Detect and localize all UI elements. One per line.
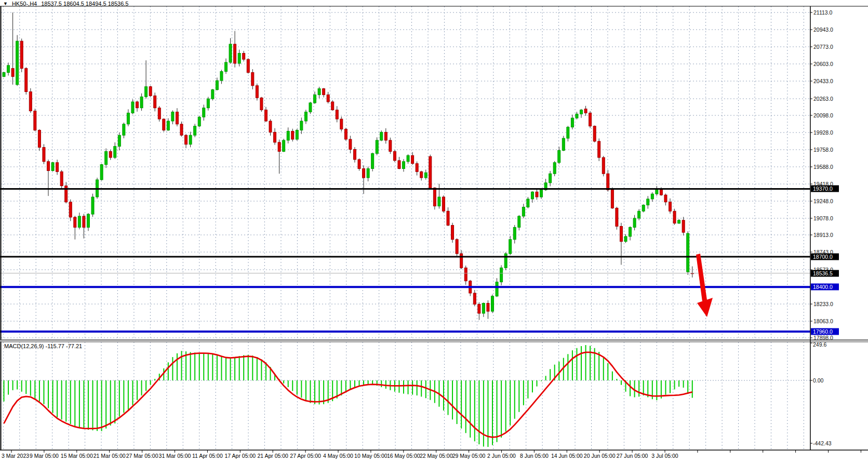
- candle-bullish: [198, 117, 201, 126]
- candle-bullish: [123, 124, 125, 135]
- candle-bearish: [256, 86, 258, 98]
- macd-indicator-label: MACD(12,26,9) -115.77 -77.21: [4, 343, 82, 349]
- candle-bearish: [589, 113, 592, 126]
- candle-bearish: [456, 240, 458, 254]
- candle-bullish: [380, 132, 383, 140]
- candle-bearish: [260, 98, 263, 110]
- candle-bullish: [371, 153, 374, 168]
- time-axis-label: 3 Jul 05:00: [651, 453, 678, 459]
- candle-bearish: [331, 102, 334, 110]
- time-axis-label: 21 Apr 05:00: [257, 453, 288, 459]
- candle-bearish: [660, 190, 662, 195]
- candle-bearish: [611, 190, 613, 208]
- candle-bearish: [38, 130, 41, 147]
- candle-bearish: [336, 110, 338, 120]
- price-axis-label: 18233.0: [813, 301, 833, 307]
- candle-bullish: [225, 62, 228, 72]
- candle-bullish: [522, 207, 525, 216]
- time-axis-label: 22 May 05:00: [420, 453, 453, 459]
- candle-bearish: [487, 303, 489, 311]
- candle-bullish: [562, 138, 565, 150]
- candle-bearish: [411, 155, 414, 164]
- candle-bullish: [309, 103, 312, 112]
- candle-bearish: [327, 95, 329, 102]
- candle-bearish: [344, 129, 347, 139]
- price-axis-label: 17898.0: [813, 335, 833, 341]
- candle-bullish: [629, 227, 632, 236]
- candle-bearish: [598, 141, 600, 157]
- candle-bullish: [576, 114, 578, 118]
- candle-bullish: [318, 89, 321, 95]
- candle-bullish: [571, 118, 573, 127]
- candle-bearish: [278, 142, 281, 152]
- candle-bearish: [176, 112, 178, 124]
- symbol-timeframe-label: HK50-,H4: [12, 1, 37, 7]
- price-axis-label: 19588.0: [813, 164, 833, 170]
- candle-bullish: [78, 216, 81, 227]
- candle-bearish: [264, 110, 267, 121]
- time-axis-label: 27 Jun 05:00: [617, 453, 648, 459]
- candle-bearish: [180, 124, 183, 135]
- candle-bullish: [238, 53, 241, 63]
- candle-bullish: [496, 282, 498, 296]
- highlighted-price-label: 18536.5: [813, 270, 833, 276]
- candle-bearish: [398, 161, 400, 169]
- symbol-dropdown-icon[interactable]: ▼: [3, 1, 8, 6]
- time-axis-label: 9 Mar 05:00: [30, 453, 59, 459]
- candle-bullish: [145, 87, 148, 97]
- candle-bearish: [358, 160, 360, 169]
- time-axis-label: 3 Mar 2023: [2, 453, 29, 459]
- candle-bearish: [451, 226, 454, 240]
- candle-bullish: [216, 81, 218, 90]
- candle-bullish: [87, 214, 89, 227]
- candle-bullish: [558, 150, 560, 162]
- candle-bullish: [300, 121, 303, 130]
- candle-bullish: [651, 194, 653, 199]
- candle-bearish: [478, 304, 480, 313]
- chart-window: { "header": { "dropdown_icon": "▼", "sym…: [0, 0, 868, 462]
- time-axis-label: 11 Apr 05:00: [192, 453, 223, 459]
- candle-bullish: [491, 296, 494, 311]
- chart-header: ▼ HK50-,H4 18537.5 18604.5 18494.5 18536…: [3, 1, 128, 7]
- time-axis-label: 31 Mar 05:00: [159, 453, 191, 459]
- candle-bullish: [91, 197, 94, 214]
- candle-bearish: [536, 192, 538, 197]
- candle-bullish: [114, 147, 116, 157]
- candle-bearish: [349, 139, 352, 149]
- candle-bearish: [185, 135, 188, 144]
- candle-bearish: [673, 211, 676, 223]
- candle-bullish: [482, 303, 485, 313]
- time-axis-label: 15 Mar 05:00: [61, 453, 93, 459]
- candle-bearish: [584, 109, 587, 113]
- candle-bullish: [549, 174, 552, 183]
- candle-bullish: [407, 155, 409, 162]
- time-axis-label: 20 Jun 05:00: [584, 453, 616, 459]
- candle-bullish: [7, 65, 10, 73]
- macd-axis-max: 249.6: [813, 341, 826, 348]
- candle-bearish: [363, 168, 365, 178]
- candle-bearish: [442, 197, 445, 211]
- candle-bearish: [56, 163, 59, 172]
- candle-bearish: [47, 162, 50, 171]
- candle-bullish: [171, 112, 174, 121]
- candle-bullish: [296, 130, 298, 139]
- price-axis-label: 19248.0: [813, 198, 833, 204]
- candle-bearish: [664, 195, 667, 202]
- time-axis-label: 8 Jun 05:00: [520, 453, 549, 459]
- candle-bearish: [384, 132, 387, 140]
- candle-bearish: [340, 119, 343, 129]
- candle-bullish: [438, 197, 440, 206]
- candle-bearish: [602, 157, 605, 174]
- candle-bullish: [527, 199, 529, 207]
- candle-bullish: [100, 165, 103, 180]
- candle-bullish: [424, 173, 427, 178]
- time-axis-label: 14 Jun 05:00: [551, 453, 583, 459]
- candle-bullish: [314, 95, 316, 103]
- candle-bullish: [203, 108, 205, 117]
- candle-bearish: [274, 132, 276, 142]
- candle-bearish: [247, 59, 249, 72]
- candle-bearish: [389, 140, 392, 151]
- candle-bearish: [83, 216, 85, 227]
- candle-bearish: [243, 53, 245, 59]
- candle-bearish: [29, 91, 32, 111]
